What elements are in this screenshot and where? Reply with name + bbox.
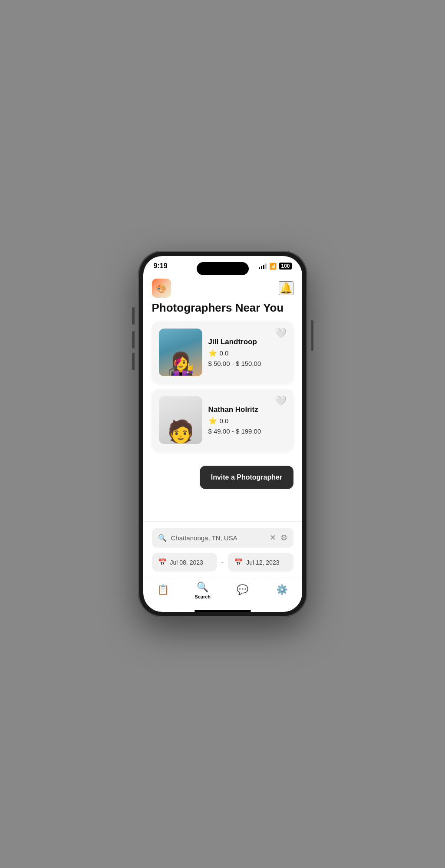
top-bar: 🎨 🔔 — [143, 273, 302, 301]
nav-item-search[interactable]: 🔍 Search — [183, 582, 223, 599]
status-icons: 📶 100 — [259, 263, 291, 270]
invite-photographer-button[interactable]: Invite a Photographer — [200, 466, 293, 489]
star-icon: ⭐ — [208, 349, 217, 357]
rating-row-nathan: ⭐ 0.0 — [208, 417, 269, 425]
favorite-button-jill[interactable]: 🤍 — [275, 329, 287, 338]
photographer-info-jill: Jill Landtroop ⭐ 0.0 $ 50.00 - $ 150.00 — [208, 338, 269, 367]
messages-nav-icon: 💬 — [237, 584, 248, 595]
avatar[interactable]: 🎨 — [152, 279, 171, 298]
search-nav-icon: 🔍 — [197, 582, 208, 593]
photographer-photo-jill — [159, 329, 202, 376]
favorite-button-nathan[interactable]: 🤍 — [275, 396, 287, 406]
photographer-photo-nathan — [159, 396, 202, 444]
price-range-jill: $ 50.00 - $ 150.00 — [208, 360, 269, 367]
calendar-start-icon: 📅 — [158, 558, 167, 566]
start-date-text: Jul 08, 2023 — [170, 559, 203, 566]
date-row: 📅 Jul 08, 2023 - 📅 Jul 12, 2023 — [152, 553, 293, 572]
nav-item-messages[interactable]: 💬 — [223, 584, 263, 597]
search-location-text: Chattanooga, TN, USA — [171, 534, 265, 542]
rating-value-nathan: 0.0 — [220, 417, 229, 424]
bottom-nav: 📋 🔍 Search 💬 ⚙️ — [143, 578, 302, 608]
search-location-bar[interactable]: 🔍 Chattanooga, TN, USA ✕ ⚙ — [152, 528, 293, 548]
calendar-nav-icon: 📋 — [157, 584, 169, 595]
page-title: Photographers Near You — [152, 301, 293, 315]
photographer-info-nathan: Nathan Holritz ⭐ 0.0 $ 49.00 - $ 199.00 — [208, 405, 269, 435]
wifi-icon: 📶 — [269, 263, 277, 270]
settings-nav-icon: ⚙️ — [276, 584, 288, 595]
price-range-nathan: $ 49.00 - $ 199.00 — [208, 427, 269, 435]
notification-button[interactable]: 🔔 — [279, 281, 293, 295]
signal-bars-icon — [259, 263, 267, 269]
photographer-card-jill[interactable]: Jill Landtroop ⭐ 0.0 $ 50.00 - $ 150.00 … — [152, 322, 293, 383]
calendar-end-icon: 📅 — [234, 558, 243, 566]
avatar-image: 🎨 — [152, 279, 171, 298]
date-separator: - — [221, 559, 224, 566]
photographer-card-nathan[interactable]: Nathan Holritz ⭐ 0.0 $ 49.00 - $ 199.00 … — [152, 389, 293, 451]
end-date-button[interactable]: 📅 Jul 12, 2023 — [228, 553, 293, 572]
battery-icon: 100 — [279, 263, 291, 270]
photographer-name-nathan: Nathan Holritz — [208, 405, 269, 414]
dynamic-island — [197, 262, 249, 275]
nav-item-settings[interactable]: ⚙️ — [262, 584, 302, 597]
search-location-icon: 🔍 — [158, 534, 167, 542]
filter-icon[interactable]: ⚙ — [280, 533, 287, 542]
rating-value-jill: 0.0 — [220, 349, 229, 357]
nav-item-calendar[interactable]: 📋 — [143, 584, 183, 597]
rating-row-jill: ⭐ 0.0 — [208, 349, 269, 357]
search-nav-label: Search — [194, 594, 211, 599]
bottom-search-section: 🔍 Chattanooga, TN, USA ✕ ⚙ 📅 Jul 08, 202… — [143, 521, 302, 578]
home-indicator — [194, 610, 251, 612]
status-time: 9:19 — [154, 262, 168, 270]
invite-section: Invite a Photographer — [152, 457, 293, 498]
clear-location-icon[interactable]: ✕ — [270, 533, 276, 542]
end-date-text: Jul 12, 2023 — [246, 559, 279, 566]
start-date-button[interactable]: 📅 Jul 08, 2023 — [152, 553, 217, 572]
main-content: Photographers Near You Jill Landtroop ⭐ … — [143, 301, 302, 521]
photographer-name-jill: Jill Landtroop — [208, 338, 269, 346]
star-icon-nathan: ⭐ — [208, 417, 217, 425]
